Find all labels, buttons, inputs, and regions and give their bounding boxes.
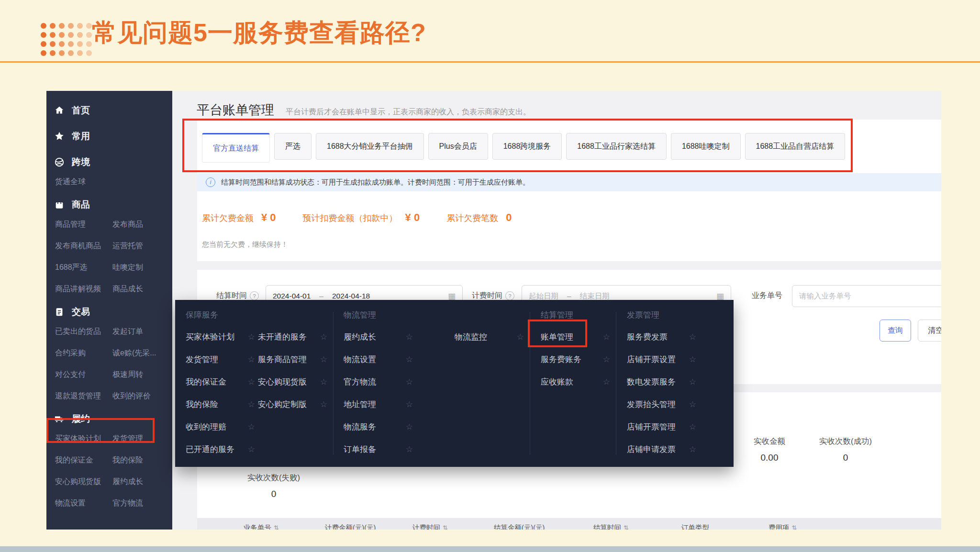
sidebar-section-home[interactable]: 首页 [54,103,172,118]
sidebar-item[interactable]: 退款退货管理 [55,391,112,400]
order-no-input[interactable]: 请输入业务单号 [792,285,941,307]
menu-item[interactable]: 履约成长☆ [344,331,413,342]
menu-item[interactable]: 发货管理☆ [186,353,255,365]
star-icon[interactable]: ☆ [406,422,413,432]
help-icon[interactable]: ? [250,291,259,300]
star-icon[interactable]: ☆ [689,422,696,432]
star-icon[interactable]: ☆ [320,354,327,364]
table-header-6[interactable]: 订单类型 [681,523,709,530]
menu-item[interactable]: 安心购现货版☆ [258,376,327,387]
menu-item[interactable]: 发票抬头管理☆ [627,398,696,410]
sort-icon[interactable]: ⇅ [274,524,279,530]
menu-item[interactable]: 买家体验计划☆ [186,331,255,342]
table-header-3[interactable]: 计费时间⇅ [412,523,448,530]
star-icon[interactable]: ☆ [406,332,413,342]
sidebar-item[interactable]: 1688严选 [55,263,112,272]
sidebar-item[interactable]: 我的保险 [112,455,172,464]
star-icon[interactable]: ☆ [689,444,696,454]
star-icon[interactable]: ☆ [689,354,696,364]
sidebar-item[interactable]: 极速周转 [112,370,172,379]
sidebar-item[interactable]: 商品管理 [55,220,112,229]
menu-item[interactable]: 物流监控☆ [455,331,524,342]
sidebar-item[interactable]: 履约成长 [112,477,172,486]
star-icon[interactable]: ☆ [248,354,255,364]
sidebar-item[interactable]: 发布商品 [112,220,172,229]
menu-item[interactable]: 我的保证金☆ [186,376,255,387]
sidebar-section-bag[interactable]: 商品 [54,198,172,212]
table-header-4[interactable]: 结算金额(元)(元) [494,523,545,530]
sort-icon[interactable]: ⇅ [443,524,448,530]
menu-item[interactable]: 店铺开票设置☆ [627,353,696,365]
star-icon[interactable]: ☆ [248,332,255,342]
star-icon[interactable]: ☆ [320,399,327,409]
sidebar-item[interactable]: 已卖出的货品 [55,327,112,336]
sidebar-item[interactable]: 对公支付 [55,370,112,379]
star-icon[interactable]: ☆ [603,332,610,342]
menu-item[interactable]: 地址管理☆ [344,398,413,410]
sidebar-item[interactable]: 我的保证金 [55,455,112,464]
menu-item-label: 发货管理 [186,354,218,365]
star-icon[interactable]: ☆ [248,377,255,387]
sidebar-item[interactable]: 哇噢定制 [112,263,172,272]
clear-button[interactable]: 清空 [918,320,941,342]
menu-item[interactable]: 服务商品管理☆ [258,353,327,365]
star-icon[interactable]: ☆ [320,377,327,387]
page-title: 平台账单管理 [197,101,274,119]
menu-item[interactable]: 官方物流☆ [344,376,413,387]
star-icon[interactable]: ☆ [406,377,413,387]
sidebar-item[interactable]: 商品讲解视频 [55,284,112,293]
menu-item[interactable]: 店铺开票管理☆ [627,421,696,432]
star-icon[interactable]: ☆ [689,399,696,409]
sidebar-item[interactable]: 诚e赊(先采... [112,348,172,357]
sidebar-item[interactable]: 物流设置 [55,498,112,508]
help-icon[interactable]: ? [505,291,514,300]
menu-item[interactable]: 店铺申请发票☆ [627,443,696,455]
table-header-1[interactable]: 业务单号⇅ [244,523,279,530]
menu-item[interactable]: 服务费发票☆ [627,331,696,342]
sidebar-section-globe[interactable]: 跨境 [54,155,172,169]
star-icon[interactable]: ☆ [603,354,610,364]
star-icon[interactable]: ☆ [320,332,327,342]
star-icon[interactable]: ☆ [517,332,524,342]
sidebar-item[interactable]: 收到的评价 [112,391,172,400]
star-icon[interactable]: ☆ [248,399,255,409]
sort-icon[interactable]: ⇅ [624,524,629,530]
sidebar-item[interactable]: 货通全球 [55,177,112,186]
star-icon[interactable]: ☆ [689,332,696,342]
sidebar-item[interactable]: 商品成长 [112,284,172,293]
menu-item[interactable]: 未开通的服务☆ [258,331,327,342]
star-icon[interactable]: ☆ [406,444,413,454]
sidebar-item-empty [112,177,172,186]
star-icon[interactable]: ☆ [603,377,610,387]
menu-item[interactable]: 我的保险☆ [186,398,255,410]
menu-item[interactable]: 安心购定制版☆ [258,398,327,410]
menu-item[interactable]: 服务费账务☆ [541,353,610,365]
menu-item[interactable]: 物流设置☆ [344,353,413,365]
sort-icon[interactable]: ⇅ [792,524,797,530]
dot [86,41,92,47]
menu-item[interactable]: 订单报备☆ [344,443,413,455]
table-header-5[interactable]: 结算时间⇅ [593,523,629,530]
sidebar-item[interactable]: 官方物流 [112,498,172,508]
query-button[interactable]: 查询 [880,320,911,342]
sidebar-item[interactable]: 安心购现货版 [55,477,112,486]
sidebar-section-star[interactable]: 常用 [54,129,172,144]
sidebar-item[interactable]: 合约采购 [55,348,112,357]
star-icon[interactable]: ☆ [406,399,413,409]
menu-item[interactable]: 数电发票服务☆ [627,376,696,387]
star-icon[interactable]: ☆ [248,444,255,454]
menu-item[interactable]: 已开通的服务☆ [186,443,255,455]
sidebar-item[interactable]: 发布商机商品 [55,241,112,250]
table-header-7[interactable]: 费用项⇅ [768,523,797,530]
table-header-2[interactable]: 计费金额(元)(元) [325,523,376,530]
sidebar-item[interactable]: 发起订单 [112,327,172,336]
dot [77,32,83,38]
star-icon[interactable]: ☆ [248,422,255,432]
menu-item[interactable]: 应收账款☆ [541,376,610,387]
menu-item[interactable]: 物流服务☆ [344,421,413,432]
star-icon[interactable]: ☆ [689,377,696,387]
sidebar-item[interactable]: 运营托管 [112,241,172,250]
sidebar-section-clipboard[interactable]: 交易 [54,305,172,319]
star-icon[interactable]: ☆ [406,354,413,364]
menu-item[interactable]: 收到的理赔☆ [186,421,255,432]
